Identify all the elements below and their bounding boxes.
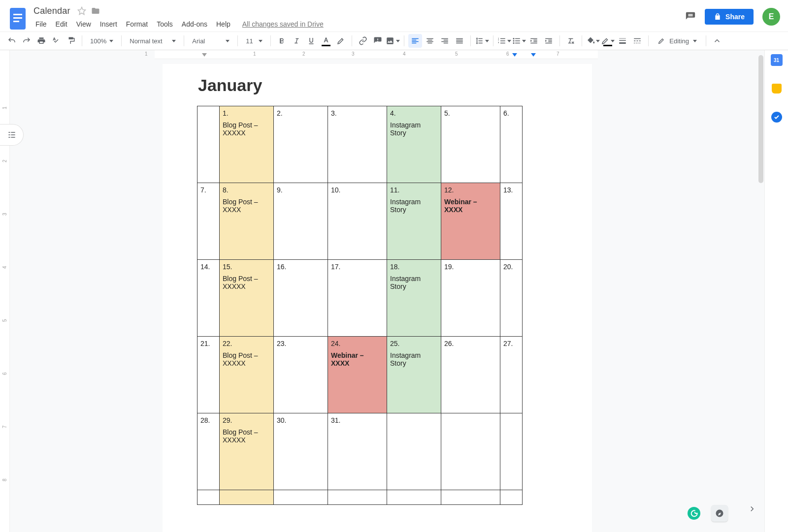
calendar-cell[interactable]	[387, 413, 441, 490]
calendar-cell[interactable]: 17.	[328, 260, 387, 337]
text-color-button[interactable]	[319, 34, 333, 48]
border-width-button[interactable]	[616, 34, 629, 48]
align-right-button[interactable]	[438, 34, 452, 48]
calendar-cell[interactable]: 4.Instagram Story	[387, 106, 441, 183]
bulleted-list-button[interactable]	[512, 34, 526, 48]
calendar-cell[interactable]	[441, 413, 500, 490]
calendar-cell[interactable]: 2.	[274, 106, 328, 183]
line-spacing-button[interactable]	[475, 34, 489, 48]
calendar-cell[interactable]: 27.	[500, 337, 523, 413]
border-color-button[interactable]	[601, 34, 615, 48]
menu-help[interactable]: Help	[212, 18, 234, 30]
highlight-color-button[interactable]	[334, 34, 348, 48]
document-outline-toggle[interactable]	[0, 124, 24, 146]
calendar-cell[interactable]: 23.	[274, 337, 328, 413]
calendar-cell[interactable]: 19.	[441, 260, 500, 337]
italic-button[interactable]	[290, 34, 303, 48]
menu-view[interactable]: View	[72, 18, 95, 30]
calendar-table[interactable]: 1.Blog Post – XXXXX2.3.4.Instagram Story…	[197, 106, 523, 505]
side-panel-chevron-icon[interactable]	[748, 504, 756, 515]
calendar-cell[interactable]: 14.	[197, 260, 220, 337]
horizontal-ruler[interactable]: 11234567	[155, 50, 598, 59]
border-style-button[interactable]	[630, 34, 644, 48]
align-center-button[interactable]	[423, 34, 437, 48]
print-button[interactable]	[34, 34, 48, 48]
align-left-button[interactable]	[408, 34, 422, 48]
docs-home-icon[interactable]	[6, 4, 30, 31]
document-title[interactable]: Calendar	[32, 5, 72, 17]
calendar-cell[interactable]	[387, 490, 441, 505]
insert-image-button[interactable]	[386, 34, 400, 48]
align-justify-button[interactable]	[453, 34, 466, 48]
calendar-cell[interactable]: 12.Webinar – XXXX	[441, 183, 500, 260]
clear-formatting-button[interactable]	[564, 34, 578, 48]
font-size-dropdown[interactable]: 11	[242, 34, 266, 48]
grammarly-icon[interactable]	[688, 507, 700, 520]
paragraph-style-dropdown[interactable]: Normal text	[126, 34, 180, 48]
calendar-cell[interactable]: 11.Instagram Story	[387, 183, 441, 260]
menu-insert[interactable]: Insert	[96, 18, 121, 30]
calendar-cell[interactable]: 6.	[500, 106, 523, 183]
mode-dropdown[interactable]: Editing	[653, 34, 702, 48]
open-comments-icon[interactable]	[685, 11, 696, 22]
google-keep-icon[interactable]	[771, 83, 783, 94]
calendar-cell[interactable]: 28.	[197, 413, 220, 490]
calendar-cell[interactable]	[441, 490, 500, 505]
calendar-cell[interactable]	[274, 490, 328, 505]
insert-link-button[interactable]	[356, 34, 370, 48]
calendar-cell[interactable]	[197, 106, 220, 183]
account-avatar[interactable]: E	[762, 8, 780, 26]
calendar-cell[interactable]: 9.	[274, 183, 328, 260]
menu-format[interactable]: Format	[122, 18, 152, 30]
calendar-cell[interactable]	[328, 490, 387, 505]
insert-comment-button[interactable]	[371, 34, 385, 48]
calendar-cell[interactable]: 22.Blog Post – XXXXX	[220, 337, 274, 413]
calendar-cell[interactable]: 13.	[500, 183, 523, 260]
menu-file[interactable]: File	[32, 18, 51, 30]
star-icon[interactable]	[77, 6, 86, 15]
decrease-indent-button[interactable]	[527, 34, 541, 48]
calendar-cell[interactable]: 25.Instagram Story	[387, 337, 441, 413]
calendar-cell[interactable]: 3.	[328, 106, 387, 183]
calendar-cell[interactable]: 8.Blog Post – XXXX	[220, 183, 274, 260]
google-tasks-icon[interactable]	[771, 111, 783, 123]
move-folder-icon[interactable]	[91, 6, 100, 15]
collapse-toolbar-button[interactable]	[710, 34, 724, 48]
share-button[interactable]: Share	[705, 9, 754, 25]
menu-edit[interactable]: Edit	[52, 18, 71, 30]
calendar-cell[interactable]: 21.	[197, 337, 220, 413]
calendar-cell[interactable]	[220, 490, 274, 505]
undo-button[interactable]	[5, 34, 19, 48]
spellcheck-button[interactable]	[49, 34, 63, 48]
calendar-cell[interactable]: 10.	[328, 183, 387, 260]
fill-color-button[interactable]	[586, 34, 600, 48]
zoom-dropdown[interactable]: 100%	[86, 34, 117, 48]
font-family-dropdown[interactable]: Arial	[188, 34, 233, 48]
calendar-cell[interactable]: 15.Blog Post – XXXXX	[220, 260, 274, 337]
paint-format-button[interactable]	[64, 34, 78, 48]
calendar-cell[interactable]: 31.	[328, 413, 387, 490]
calendar-cell[interactable]: 18.Instagram Story	[387, 260, 441, 337]
calendar-cell[interactable]: 16.	[274, 260, 328, 337]
calendar-cell[interactable]: 20.	[500, 260, 523, 337]
bold-button[interactable]	[275, 34, 289, 48]
saved-status[interactable]: All changes saved in Drive	[242, 20, 324, 28]
menu-tools[interactable]: Tools	[153, 18, 177, 30]
scrollbar-thumb[interactable]	[758, 55, 763, 183]
calendar-cell[interactable]: 26.	[441, 337, 500, 413]
calendar-cell[interactable]: 5.	[441, 106, 500, 183]
calendar-cell[interactable]	[197, 490, 220, 505]
calendar-cell[interactable]: 30.	[274, 413, 328, 490]
calendar-cell[interactable]: 29.Blog Post – XXXXX	[220, 413, 274, 490]
increase-indent-button[interactable]	[542, 34, 556, 48]
menu-addons[interactable]: Add-ons	[178, 18, 211, 30]
calendar-cell[interactable]	[500, 490, 523, 505]
calendar-cell[interactable]: 1.Blog Post – XXXXX	[220, 106, 274, 183]
redo-button[interactable]	[20, 34, 33, 48]
calendar-cell[interactable]: 7.	[197, 183, 220, 260]
explore-button[interactable]	[711, 505, 728, 522]
document-page[interactable]: January 1.Blog Post – XXXXX2.3.4.Instagr…	[163, 64, 592, 532]
numbered-list-button[interactable]	[497, 34, 511, 48]
underline-button[interactable]	[304, 34, 318, 48]
calendar-cell[interactable]	[500, 413, 523, 490]
